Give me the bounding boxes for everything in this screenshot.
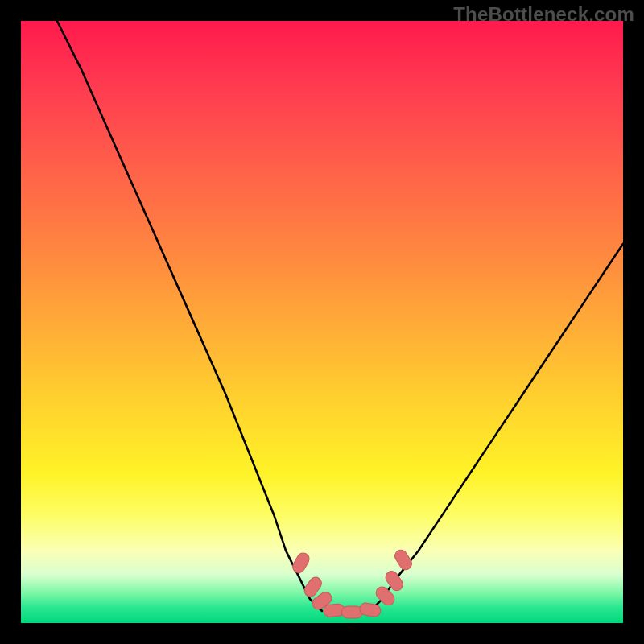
bead-right-3 — [393, 547, 414, 572]
curve-left-curve — [57, 21, 322, 611]
svg-rect-8 — [393, 547, 414, 572]
svg-rect-0 — [291, 551, 312, 575]
gradient-plot-area — [21, 21, 623, 623]
chart-overlay-svg — [21, 21, 623, 623]
bead-left-1 — [291, 551, 312, 575]
marker-group — [291, 547, 414, 618]
bead-bottom-2 — [341, 606, 362, 618]
watermark-text: TheBottleneck.com — [453, 3, 634, 26]
svg-rect-4 — [341, 606, 362, 618]
curve-group — [57, 21, 623, 611]
chart-frame: TheBottleneck.com — [0, 0, 644, 644]
